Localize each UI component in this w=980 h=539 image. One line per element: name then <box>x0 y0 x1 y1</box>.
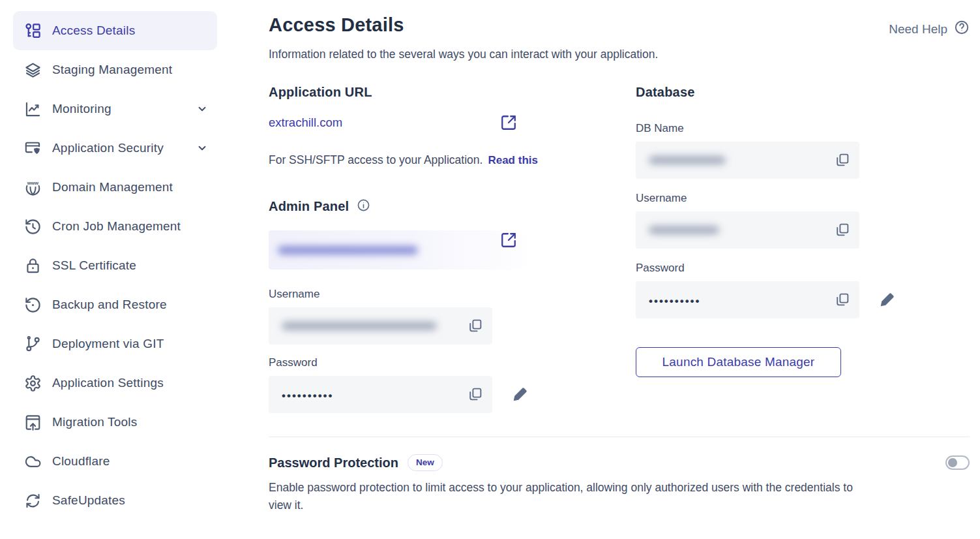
svg-text:www: www <box>26 180 38 186</box>
blurred-username <box>282 322 437 330</box>
history-clock-icon <box>23 217 42 236</box>
sidebar-item-access-details[interactable]: Access Details <box>13 11 217 50</box>
copy-icon[interactable] <box>467 386 483 403</box>
sidebar-item-label: Cron Job Management <box>52 219 181 234</box>
sidebar-item-cron-job-management[interactable]: Cron Job Management <box>13 207 217 246</box>
application-url-heading: Application URL <box>269 85 584 100</box>
sidebar-item-monitoring[interactable]: Monitoring <box>13 89 217 129</box>
db-name-field <box>636 142 859 179</box>
copy-icon[interactable] <box>834 292 850 308</box>
sidebar-item-label: Deployment via GIT <box>52 337 164 351</box>
external-link-icon[interactable] <box>500 114 517 134</box>
browser-shield-icon <box>23 139 42 157</box>
password-protection-heading: Password Protection <box>269 455 398 470</box>
main-content: Access Details Need Help Information rel… <box>232 0 980 539</box>
copy-icon[interactable] <box>834 222 850 238</box>
sidebar-item-label: Migration Tools <box>52 415 137 429</box>
sidebar-item-safeupdates[interactable]: SafeUpdates <box>13 481 217 520</box>
admin-username-label: Username <box>269 288 584 301</box>
chevron-down-icon[interactable] <box>196 142 208 154</box>
sidebar-item-staging-management[interactable]: Staging Management <box>13 50 217 89</box>
database-column: Database DB Name Username <box>636 85 970 413</box>
sidebar-item-label: Access Details <box>52 23 135 38</box>
sidebar-item-deployment-via-git[interactable]: Deployment via GIT <box>13 324 217 363</box>
sidebar: Access Details Staging Management Monito… <box>0 0 232 539</box>
sidebar-item-backup-and-restore[interactable]: Backup and Restore <box>13 285 217 324</box>
password-protection-toggle[interactable] <box>945 455 970 470</box>
chevron-down-icon[interactable] <box>196 103 208 115</box>
launch-database-manager-button[interactable]: Launch Database Manager <box>636 347 841 377</box>
db-password-field: •••••••••• <box>636 281 859 318</box>
sidebar-item-label: SafeUpdates <box>52 493 125 508</box>
blurred-admin-url <box>278 246 418 254</box>
db-name-label: DB Name <box>636 122 970 135</box>
admin-password-label: Password <box>269 356 584 369</box>
access-details-page: Access Details Staging Management Monito… <box>0 0 980 539</box>
edit-pencil-icon[interactable] <box>879 292 895 308</box>
masked-password: •••••••••• <box>649 295 701 308</box>
sidebar-item-label: SSL Certificate <box>52 258 136 273</box>
blurred-db-username <box>649 226 719 234</box>
toggle-knob <box>948 458 957 467</box>
sidebar-item-ssl-certificate[interactable]: SSL Certificate <box>13 246 217 285</box>
sidebar-item-domain-management[interactable]: www Domain Management <box>13 168 217 207</box>
sidebar-item-label: Backup and Restore <box>52 298 167 312</box>
sidebar-item-application-security[interactable]: Application Security <box>13 129 217 168</box>
need-help-label: Need Help <box>889 22 947 37</box>
layers-icon <box>23 61 42 79</box>
gear-icon <box>23 374 42 392</box>
sidebar-item-cloudflare[interactable]: Cloudflare <box>13 442 217 481</box>
sidebar-item-label: Monitoring <box>52 102 111 116</box>
git-branch-icon <box>23 335 42 353</box>
sidebar-item-label: Staging Management <box>52 63 172 77</box>
question-circle-icon[interactable] <box>954 20 970 38</box>
globe-www-icon: www <box>23 178 42 196</box>
password-protection-description: Enable password protection to limit acce… <box>269 479 859 514</box>
sidebar-item-label: Domain Management <box>52 180 173 194</box>
migration-icon <box>23 413 42 431</box>
db-password-label: Password <box>636 262 970 275</box>
page-subtitle: Information related to the several ways … <box>269 48 970 61</box>
masked-password: •••••••••• <box>282 390 334 403</box>
admin-panel-heading: Admin Panel <box>269 199 349 214</box>
db-username-label: Username <box>636 192 970 205</box>
admin-username-field <box>269 307 492 345</box>
info-icon[interactable] <box>357 198 370 215</box>
sidebar-item-application-settings[interactable]: Application Settings <box>13 363 217 403</box>
sidebar-item-label: Application Security <box>52 141 164 155</box>
external-link-icon[interactable] <box>500 232 517 251</box>
cloud-icon <box>23 452 42 470</box>
sync-icon <box>23 491 42 510</box>
key-icon <box>23 22 42 40</box>
section-divider <box>269 437 970 437</box>
line-chart-icon <box>23 100 42 118</box>
admin-password-field: •••••••••• <box>269 376 492 413</box>
restore-icon <box>23 296 42 314</box>
blurred-db-name <box>649 156 726 164</box>
copy-icon[interactable] <box>467 318 483 334</box>
edit-pencil-icon[interactable] <box>512 386 528 403</box>
admin-panel-url-field[interactable] <box>269 230 528 270</box>
page-title: Access Details <box>269 14 404 36</box>
ssh-note: For SSH/SFTP access to your Application. <box>269 153 483 166</box>
database-heading: Database <box>636 85 970 100</box>
need-help-link[interactable]: Need Help <box>889 20 970 38</box>
sidebar-item-label: Cloudflare <box>52 454 110 469</box>
application-url-link[interactable]: extrachill.com <box>269 116 342 129</box>
application-url-admin-column: Application URL extrachill.com For SSH/S… <box>269 85 584 413</box>
copy-icon[interactable] <box>834 152 850 168</box>
read-this-link[interactable]: Read this <box>488 154 538 166</box>
db-username-field <box>636 211 859 249</box>
sidebar-item-migration-tools[interactable]: Migration Tools <box>13 403 217 442</box>
sidebar-item-label: Application Settings <box>52 376 164 390</box>
lock-icon <box>23 256 42 275</box>
new-badge: New <box>408 454 443 471</box>
